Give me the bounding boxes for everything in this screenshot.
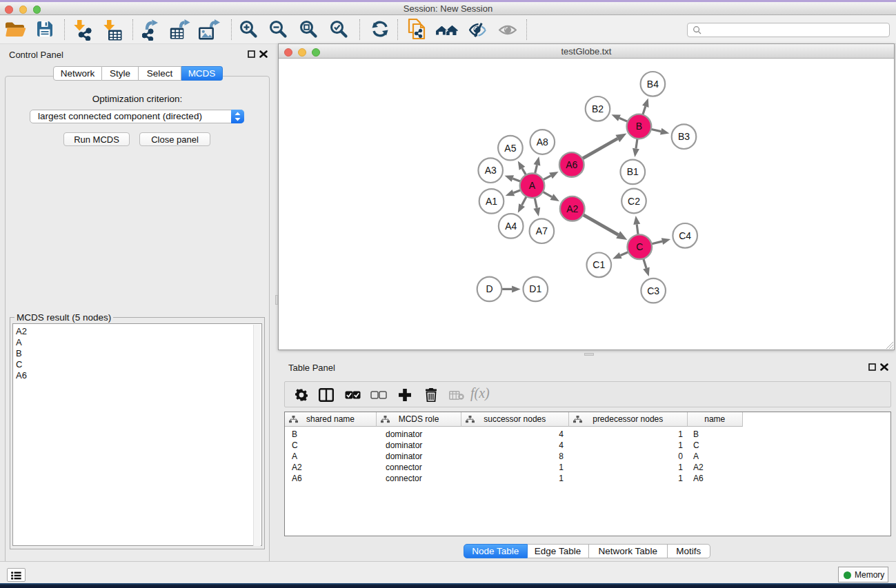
svg-text:A8: A8: [537, 136, 548, 148]
svg-text:C4: C4: [679, 230, 691, 241]
svg-text:B: B: [636, 121, 642, 132]
svg-text:A5: A5: [504, 143, 516, 154]
svg-text:B3: B3: [678, 131, 690, 142]
svg-text:A6: A6: [566, 159, 577, 170]
svg-text:A3: A3: [485, 165, 497, 176]
svg-text:A1: A1: [486, 196, 497, 207]
svg-text:B2: B2: [592, 103, 604, 114]
svg-text:D1: D1: [529, 283, 541, 294]
svg-text:B1: B1: [627, 166, 639, 177]
svg-text:B4: B4: [647, 79, 659, 90]
svg-text:C2: C2: [628, 196, 640, 207]
svg-text:A4: A4: [505, 221, 517, 232]
svg-text:C: C: [636, 241, 643, 252]
svg-text:C3: C3: [647, 285, 659, 296]
svg-text:A: A: [529, 180, 536, 191]
svg-text:A7: A7: [536, 225, 548, 236]
svg-text:D: D: [486, 283, 492, 294]
svg-text:A2: A2: [566, 203, 578, 214]
svg-text:C1: C1: [593, 259, 605, 270]
